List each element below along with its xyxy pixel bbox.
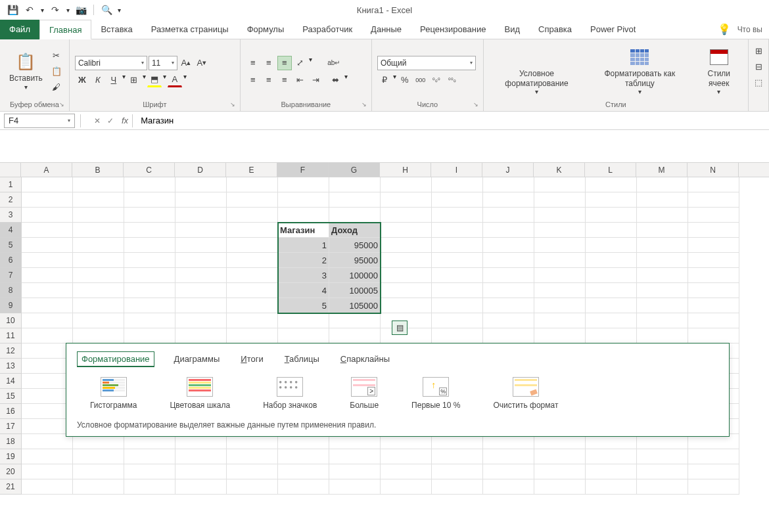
name-box[interactable]: F4▾ [4,114,75,128]
cell-G2[interactable] [329,192,381,208]
cell-K6[interactable] [534,253,586,268]
cell-A9[interactable] [22,298,73,313]
cell-A7[interactable] [22,268,73,283]
row-header[interactable]: 19 [0,449,21,464]
cell-B20[interactable] [73,464,124,479]
cell-D10[interactable] [175,313,227,328]
cell-D20[interactable] [175,464,227,479]
formula-input[interactable] [137,114,769,128]
cell-F6[interactable]: 2 [278,253,329,268]
redo-icon[interactable]: ↷ [49,4,61,16]
cell-B21[interactable] [73,479,124,495]
cell-M1[interactable] [637,177,688,192]
cell-H8[interactable] [381,283,432,298]
row-header[interactable]: 11 [0,328,21,344]
row-header[interactable]: 3 [0,208,21,223]
cell-J11[interactable] [483,328,534,344]
row-header[interactable]: 5 [0,238,21,253]
cell-J10[interactable] [483,313,534,328]
cell-B9[interactable] [73,298,124,313]
cell-L7[interactable] [586,268,637,283]
cell-F20[interactable] [278,464,329,479]
cell-N11[interactable] [688,328,739,344]
tell-me-text[interactable]: Что вы [737,25,762,34]
cell-N20[interactable] [688,464,739,479]
cell-C6[interactable] [124,253,175,268]
tell-me-icon[interactable]: 💡 [718,23,731,35]
align-bottom-button[interactable]: ≡ [277,56,292,70]
italic-button[interactable]: К [91,73,105,87]
cell-E5[interactable] [227,238,278,253]
cell-K19[interactable] [534,449,586,464]
cell-M7[interactable] [637,268,688,283]
col-header[interactable]: M [636,163,687,177]
number-launcher[interactable]: ↘ [473,101,481,109]
border-button[interactable]: ⊞ [127,73,141,87]
cell-E6[interactable] [227,253,278,268]
cell-B2[interactable] [73,192,124,208]
cell-B19[interactable] [73,449,124,464]
row-header[interactable]: 6 [0,253,21,268]
col-header[interactable]: F [277,163,329,177]
cell-N2[interactable] [688,192,739,208]
grow-font-button[interactable]: A▴ [179,56,193,70]
cell-L3[interactable] [586,208,637,223]
cell-I2[interactable] [432,192,483,208]
cell-H1[interactable] [381,177,432,192]
cell-N19[interactable] [688,449,739,464]
cell-L20[interactable] [586,464,637,479]
cell-A8[interactable] [22,283,73,298]
cell-A2[interactable] [22,192,73,208]
cell-C10[interactable] [124,313,175,328]
cell-E11[interactable] [227,328,278,344]
cell-I19[interactable] [432,449,483,464]
cell-K21[interactable] [534,479,586,495]
merge-button[interactable]: ⬌ [329,73,343,87]
tab-help[interactable]: Справка [529,20,581,39]
cell-G3[interactable] [329,208,381,223]
increase-indent-button[interactable]: ⇥ [309,73,323,87]
cell-K9[interactable] [534,298,586,313]
cell-L5[interactable] [586,238,637,253]
clipboard-launcher[interactable]: ↘ [59,101,67,109]
cell-G4[interactable]: Доход [329,223,381,238]
wrap-text-button[interactable]: ab↵ [327,56,341,70]
cell-E2[interactable] [227,192,278,208]
cell-D2[interactable] [175,192,227,208]
cell-H3[interactable] [381,208,432,223]
qa-item-databars[interactable]: Гистограмма [90,377,137,410]
row-header[interactable]: 10 [0,313,21,328]
cell-D9[interactable] [175,298,227,313]
cell-J7[interactable] [483,268,534,283]
cell-F5[interactable]: 1 [278,238,329,253]
cell-G9[interactable]: 105000 [329,298,381,313]
col-header[interactable]: L [585,163,636,177]
shrink-font-button[interactable]: A▾ [195,56,209,70]
cell-D4[interactable] [175,223,227,238]
cell-D11[interactable] [175,328,227,344]
col-header[interactable]: B [72,163,124,177]
cell-C8[interactable] [124,283,175,298]
bold-button[interactable]: Ж [75,73,89,87]
col-header[interactable]: G [329,163,380,177]
cell-B8[interactable] [73,283,124,298]
cell-H4[interactable] [381,223,432,238]
cell-E7[interactable] [227,268,278,283]
select-all-button[interactable] [0,163,21,177]
cell-K5[interactable] [534,238,586,253]
tab-view[interactable]: Вид [495,20,529,39]
cell-C2[interactable] [124,192,175,208]
cell-J21[interactable] [483,479,534,495]
cell-M19[interactable] [637,449,688,464]
cell-J20[interactable] [483,464,534,479]
cell-C7[interactable] [124,268,175,283]
alignment-launcher[interactable]: ↘ [361,101,369,109]
cell-L8[interactable] [586,283,637,298]
cell-K8[interactable] [534,283,586,298]
tab-developer[interactable]: Разработчик [293,20,361,39]
cell-J19[interactable] [483,449,534,464]
cell-H5[interactable] [381,238,432,253]
row-header[interactable]: 18 [0,434,21,449]
align-middle-button[interactable]: ≡ [262,56,276,70]
font-name-combo[interactable]: Calibri▾ [75,56,147,70]
